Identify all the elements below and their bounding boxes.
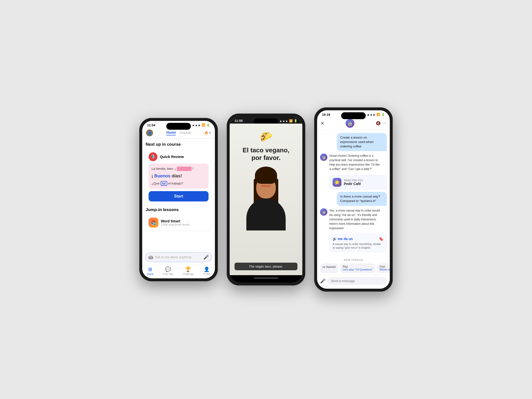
chat-input-bar: 🤖 Talk to me about anything 🎤 [142,250,215,264]
phrase-card[interactable]: 🔊 me da un 🔖 A casual way to order somet… [329,234,387,253]
next-up-section-title: Next up in course › [146,142,211,147]
word-smart-title: Word Smart [161,219,189,223]
suggestion-play-label: Play [343,265,373,268]
streak-value: 0 [209,131,211,135]
suggestion-play[interactable]: Play Let's play "10 Questions" [340,263,375,273]
phone-chat: 10:19 ▲▲▲ 📶 🔋 ✕ 🤖 🔇 ··· [314,107,393,292]
exercise-line-3: ¿Qué tal el trabajo? [152,181,206,186]
chat-mic-button[interactable]: 🎤 [320,278,325,284]
signal-video: ▲▲▲ [279,119,288,123]
challenge-icon: 🏆 [185,266,191,272]
status-bar-video: 11:55 ▲▲▲ 📶 🔋 [230,116,302,124]
phone-chat-screen: 10:19 ▲▲▲ 📶 🔋 ✕ 🤖 🔇 ··· [317,110,390,289]
word-smart-icon: 📚 [149,218,158,228]
phone-home-screen: 11:54 ▲▲▲ 📶 🔋 👤 Home Course 🔥 0 [142,121,215,278]
close-button[interactable]: ✕ [321,121,324,126]
chat-placeholder: Talk to me about anything [155,255,202,259]
bottom-nav-profile[interactable]: 👤 Profile [203,266,210,275]
mute-icon[interactable]: 🔇 [376,121,381,126]
chat-input-pill[interactable]: 🤖 Talk to me about anything 🎤 [145,252,212,262]
mouth [261,185,271,187]
dynamic-island-home [166,123,191,130]
profile-icon: 👤 [204,266,210,272]
bookmark-icon[interactable]: 🔖 [379,237,384,241]
battery-home: 🔋 [206,123,210,127]
home-indicator-area [230,275,302,283]
chat-messages[interactable]: Create a lesson on expressions used when… [317,130,390,257]
made-for-you-card[interactable]: 🌟 MADE FOR YOU Pedir Café [329,175,387,189]
subtitle-bar: The vegan taco, please. [235,263,297,270]
video-area: 🌮 El taco vegano,por favor. [230,124,302,275]
nav-tabs: Home Course [166,130,191,135]
bot-avatar-2: 🤖 [320,208,327,216]
status-icons-chat: ▲▲▲ 📶 🔋 [367,113,385,116]
exercise-line-2: ¡ Buenos días! [152,173,206,179]
user-msg-1-text: Create a lesson on expressions used when… [340,136,374,148]
quick-review-header: 🎙️ Quick Review [149,152,209,161]
bottom-nav-freetalk[interactable]: 💬 Free Talk [163,266,173,275]
phone-home: 11:54 ▲▲▲ 📶 🔋 👤 Home Course 🔥 0 [139,118,218,281]
wifi-chat: 📶 [377,113,380,116]
bot-message-1: 🤖 Great choice! Ordering coffee is a pra… [320,154,380,171]
word-smart-subtitle: 1,000 must-know words [161,223,189,226]
speaker-icon[interactable]: 🔊 [333,237,337,241]
flame-icon: 🔥 [204,131,208,135]
status-bar-home: 11:54 ▲▲▲ 📶 🔋 [142,121,215,128]
time-home: 11:54 [147,123,155,127]
bot-avatar-1: 🤖 [320,154,327,161]
suggestion-spanish[interactable]: ny Spanish [320,263,338,273]
status-bar-chat: 10:19 ▲▲▲ 📶 🔋 [317,110,390,117]
jump-in-section: Jump-in lessons 📚 Word Smart 1,000 must-… [146,207,211,230]
chat-header-actions: 🔇 ··· [376,121,386,126]
new-thread-divider: NEW THREAD [317,257,390,263]
body [246,199,286,230]
user-message-1: Create a lesson on expressions used when… [337,133,387,151]
home-icon: ⊞ [148,266,152,272]
status-icons-video: ▲▲▲ 📶 🔋 [279,119,297,123]
ai-avatar: 🤖 [346,119,354,128]
spanish-phrase: El taco vegano,por favor. [238,146,294,162]
tab-course[interactable]: Course [180,131,191,135]
word-smart-card[interactable]: 📚 Word Smart 1,000 must-know words [146,215,211,230]
hair [255,167,277,184]
mic-button[interactable]: 🎤 [203,255,209,260]
chat-input-area: 🎤 [317,275,390,289]
wifi-video: 📶 [289,119,293,123]
user-message-2: Is there a more casual way? Compared to … [337,192,387,206]
phrase-text: 🔊 me da un [333,237,353,241]
tab-home[interactable]: Home [166,130,176,135]
user-msg-2-text: Is there a more casual way? Compared to … [340,195,380,203]
robot-icon: 🤖 [148,255,153,259]
avatar[interactable]: 👤 [146,129,153,136]
chat-header: ✕ 🤖 🔇 ··· [317,117,390,130]
taco-icon: 🌮 [260,131,272,142]
signal-home: ▲▲▲ [192,123,201,127]
freetalk-icon: 💬 [165,266,171,272]
mfy-icon: 🌟 [333,178,341,187]
bottom-nav-home[interactable]: ⊞ Home [147,266,154,275]
signal-chat: ▲▲▲ [367,113,376,116]
quick-review-title: Quick Review [160,155,184,159]
jump-in-title: Jump-in lessons [146,207,211,212]
streak-counter: 🔥 0 [204,131,211,135]
bottom-nav-challenge[interactable]: 🏆 Challenge [182,266,194,275]
bottom-nav-freetalk-label: Free Talk [163,273,173,275]
bottom-nav-profile-label: Profile [203,273,210,275]
bottom-nav: ⊞ Home 💬 Free Talk 🏆 Challenge 👤 Profile [142,264,215,278]
suggestion-chat[interactable]: Chat Where do you [377,263,390,273]
suggestion-chat-value: Where do you [379,268,390,271]
more-icon[interactable]: ··· [383,121,386,126]
status-icons-home: ▲▲▲ 📶 🔋 [192,123,210,127]
blank-2: tal [161,181,167,186]
dynamic-island-chat [341,112,366,119]
home-scroll[interactable]: Next up in course › 🎙️ Quick Review La f… [142,139,215,250]
start-button[interactable]: Start [149,191,209,201]
time-video: 11:55 [235,119,243,123]
bot-msg-1-text: Great choice! Ordering coffee is a pract… [329,154,380,171]
bot-message-2: 🤖 Yes, a more casual way to order would … [320,208,380,230]
exercise-area: La familia, bien. ¡ ! ¡ Buenos días! ¿Qu… [149,164,209,189]
chat-message-input[interactable] [327,277,387,285]
bottom-nav-challenge-label: Challenge [182,273,194,275]
quick-review-card[interactable]: 🎙️ Quick Review La familia, bien. ¡ ! ¡ … [146,149,211,204]
bottom-nav-home-label: Home [147,273,154,275]
